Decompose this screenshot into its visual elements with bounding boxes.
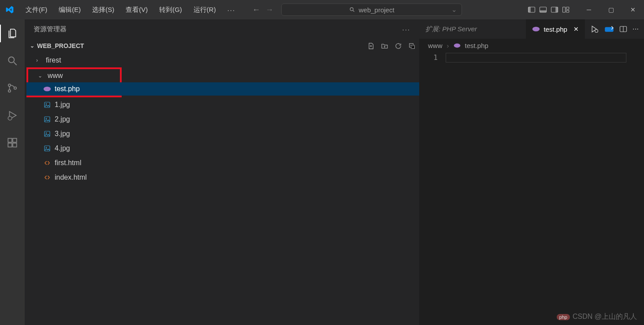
maximize-button[interactable]: ▢ xyxy=(600,6,622,13)
file-test-php[interactable]: test.php xyxy=(26,82,444,96)
file-label: index.html xyxy=(55,174,87,181)
editor-area: 扩展: PHP Server test.php ✕ ··· www › test… xyxy=(419,19,644,325)
code-content[interactable] xyxy=(446,53,644,63)
watermark: php CSDN @上山的凡人 xyxy=(557,312,637,321)
svg-rect-17 xyxy=(8,138,12,142)
close-button[interactable]: ✕ xyxy=(622,6,644,13)
breadcrumb-folder[interactable]: www xyxy=(428,42,443,49)
close-tab-icon[interactable]: ✕ xyxy=(573,26,579,33)
new-file-icon[interactable] xyxy=(367,42,375,50)
svg-point-11 xyxy=(8,57,14,63)
toggle-secondary-icon[interactable] xyxy=(551,6,558,14)
split-editor-icon[interactable] xyxy=(619,25,627,33)
menu-edit[interactable]: 编辑(E) xyxy=(55,4,84,16)
svg-point-28 xyxy=(46,132,47,133)
file-1-jpg[interactable]: 1.jpg xyxy=(25,97,419,112)
explorer-icon[interactable] xyxy=(5,26,19,41)
image-file-icon xyxy=(43,145,51,152)
explorer-title: 资源管理器 xyxy=(34,25,67,33)
project-actions xyxy=(367,42,416,50)
breadcrumb-file[interactable]: test.php xyxy=(465,42,488,49)
tab-php-server[interactable]: 扩展: PHP Server xyxy=(419,19,526,39)
nav-forward-icon[interactable]: → xyxy=(265,5,273,15)
minimize-button[interactable]: ─ xyxy=(578,6,600,13)
svg-rect-3 xyxy=(529,7,531,12)
chevron-right-icon: › xyxy=(447,42,449,49)
refresh-icon[interactable] xyxy=(395,42,402,50)
project-header[interactable]: ⌄ WEB_PROJECT xyxy=(25,39,419,53)
title-bar: 文件(F) 编辑(E) 选择(S) 查看(V) 转到(G) 运行(R) ··· … xyxy=(0,0,644,19)
svg-point-30 xyxy=(46,147,47,148)
window-controls: ─ ▢ ✕ xyxy=(578,6,644,13)
file-2-jpg[interactable]: 2.jpg xyxy=(25,112,419,126)
file-4-jpg[interactable]: 4.jpg xyxy=(25,141,419,155)
image-file-icon xyxy=(43,130,51,137)
run-debug-icon[interactable] xyxy=(590,25,599,33)
folder-label: www xyxy=(48,72,63,80)
svg-rect-19 xyxy=(13,143,17,147)
html-file-icon xyxy=(43,174,51,181)
code-editor[interactable]: 1 xyxy=(419,52,644,63)
tab-test-php[interactable]: test.php ✕ xyxy=(526,19,584,39)
explorer-more-icon[interactable]: ··· xyxy=(402,26,410,33)
svg-rect-18 xyxy=(8,143,12,147)
extensions-icon[interactable] xyxy=(5,136,19,150)
svg-point-0 xyxy=(350,7,353,11)
svg-rect-33 xyxy=(605,27,614,32)
chevron-down-icon: ⌄ xyxy=(30,43,34,49)
file-first-html[interactable]: first.html xyxy=(25,155,419,170)
svg-rect-9 xyxy=(566,7,569,9)
source-control-icon[interactable] xyxy=(5,81,19,95)
php-server-icon[interactable] xyxy=(604,26,614,33)
svg-point-26 xyxy=(46,118,47,119)
new-folder-icon[interactable] xyxy=(381,42,388,50)
collapse-all-icon[interactable] xyxy=(408,42,416,50)
file-3-jpg[interactable]: 3.jpg xyxy=(25,126,419,141)
php-file-icon xyxy=(532,26,540,32)
svg-point-31 xyxy=(532,27,540,32)
menu-overflow-icon[interactable]: ··· xyxy=(224,6,239,14)
file-label: 1.jpg xyxy=(55,101,70,109)
command-center[interactable]: web_project ⌄ xyxy=(281,4,462,16)
layout-controls xyxy=(528,6,570,14)
breadcrumbs[interactable]: www › test.php xyxy=(419,39,644,52)
file-tree: › firest ⌄ www test.php 1.jpg 2.jpg xyxy=(25,53,419,185)
menu-view[interactable]: 查看(V) xyxy=(122,4,151,16)
tab-actions: ··· xyxy=(585,19,644,39)
file-index-html[interactable]: index.html xyxy=(25,170,419,185)
php-badge: php xyxy=(557,314,570,320)
image-file-icon xyxy=(43,116,51,123)
menu-select[interactable]: 选择(S) xyxy=(89,4,118,16)
line-number: 1 xyxy=(419,53,446,63)
menu-goto[interactable]: 转到(G) xyxy=(156,4,186,16)
menu-file[interactable]: 文件(F) xyxy=(22,4,51,16)
svg-rect-10 xyxy=(566,11,569,13)
folder-www[interactable]: ⌄ www xyxy=(28,69,120,82)
svg-point-36 xyxy=(454,43,460,47)
nav-back-icon[interactable]: ← xyxy=(252,5,260,15)
search-activity-icon[interactable] xyxy=(5,54,19,68)
nav-buttons: ← → xyxy=(252,5,273,15)
run-debug-icon[interactable] xyxy=(5,108,19,122)
svg-point-32 xyxy=(595,30,598,33)
menu-run[interactable]: 运行(R) xyxy=(190,4,220,16)
svg-rect-7 xyxy=(555,7,558,12)
file-label: 2.jpg xyxy=(55,115,70,123)
file-label: 4.jpg xyxy=(55,144,70,152)
search-icon xyxy=(349,7,355,13)
chevron-down-icon: ⌄ xyxy=(451,6,457,14)
customize-layout-icon[interactable] xyxy=(562,6,570,14)
toggle-sidebar-icon[interactable] xyxy=(528,6,536,14)
html-file-icon xyxy=(43,159,51,166)
explorer-header: 资源管理器 ··· xyxy=(25,19,419,39)
chevron-down-icon: ⌄ xyxy=(38,73,44,79)
file-label: test.php xyxy=(55,85,80,93)
svg-rect-20 xyxy=(13,138,17,142)
folder-firest[interactable]: › firest xyxy=(25,53,419,67)
svg-point-13 xyxy=(8,84,11,86)
svg-point-24 xyxy=(46,103,47,104)
tab-label: 扩展: PHP Server xyxy=(425,25,477,33)
more-actions-icon[interactable]: ··· xyxy=(633,25,639,33)
search-text: web_project xyxy=(359,6,395,14)
toggle-panel-icon[interactable] xyxy=(539,6,547,14)
